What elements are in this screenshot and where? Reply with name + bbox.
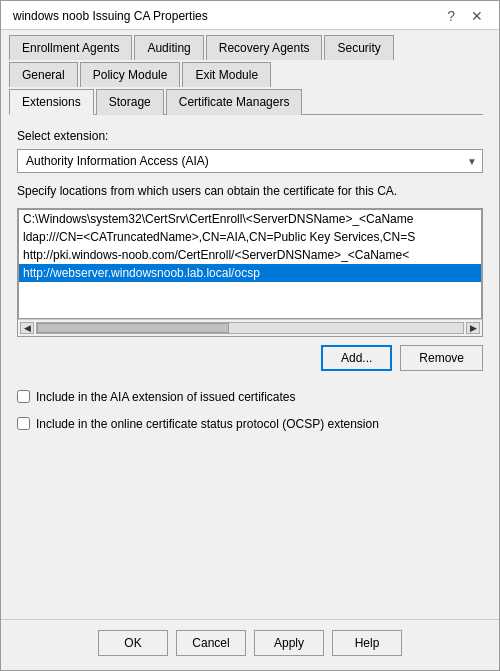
tab-general[interactable]: General <box>9 62 78 87</box>
locations-list[interactable]: C:\Windows\system32\CertSrv\CertEnroll\<… <box>18 209 482 319</box>
scroll-left-icon[interactable]: ◀ <box>20 322 34 334</box>
extension-select-wrapper: Authority Information Access (AIA) ▼ <box>17 149 483 173</box>
ocsp-extension-label: Include in the online certificate status… <box>36 416 379 433</box>
scroll-right-icon[interactable]: ▶ <box>466 322 480 334</box>
tab-row-1: Enrollment Agents Auditing Recovery Agen… <box>1 30 499 59</box>
help-button[interactable]: Help <box>332 630 402 656</box>
title-bar: windows noob Issuing CA Properties ? ✕ <box>1 1 499 30</box>
horizontal-scrollbar[interactable]: ◀ ▶ <box>18 319 482 336</box>
cancel-button[interactable]: Cancel <box>176 630 246 656</box>
list-item[interactable]: http://pki.windows-noob.com/CertEnroll/<… <box>19 246 481 264</box>
tab-exit-module[interactable]: Exit Module <box>182 62 271 87</box>
list-item[interactable]: C:\Windows\system32\CertSrv\CertEnroll\<… <box>19 210 481 228</box>
description-text: Specify locations from which users can o… <box>17 183 483 200</box>
list-item-selected[interactable]: http://webserver.windowsnoob.lab.local/o… <box>19 264 481 282</box>
tab-recovery-agents[interactable]: Recovery Agents <box>206 35 323 60</box>
add-remove-buttons: Add... Remove <box>17 345 483 371</box>
aia-extension-checkbox[interactable] <box>17 390 30 403</box>
scroll-track[interactable] <box>36 322 464 334</box>
tab-extensions[interactable]: Extensions <box>9 89 94 115</box>
list-item[interactable]: ldap:///CN=<CATruncatedName>,CN=AIA,CN=P… <box>19 228 481 246</box>
tab-security[interactable]: Security <box>324 35 393 60</box>
tab-enrollment-agents[interactable]: Enrollment Agents <box>9 35 132 60</box>
help-icon-btn[interactable]: ? <box>443 9 459 23</box>
apply-button[interactable]: Apply <box>254 630 324 656</box>
ocsp-extension-checkbox[interactable] <box>17 417 30 430</box>
tab-auditing[interactable]: Auditing <box>134 35 203 60</box>
add-button[interactable]: Add... <box>321 345 392 371</box>
checkboxes-section: Include in the AIA extension of issued c… <box>17 389 483 605</box>
tab-row-3: Extensions Storage Certificate Managers <box>1 86 499 115</box>
extension-select[interactable]: Authority Information Access (AIA) <box>17 149 483 173</box>
tab-certificate-managers[interactable]: Certificate Managers <box>166 89 303 115</box>
locations-list-wrapper: C:\Windows\system32\CertSrv\CertEnroll\<… <box>17 208 483 337</box>
ok-button[interactable]: OK <box>98 630 168 656</box>
aia-extension-label: Include in the AIA extension of issued c… <box>36 389 296 406</box>
window-controls: ? ✕ <box>443 9 487 23</box>
scroll-thumb[interactable] <box>37 323 229 333</box>
main-window: windows noob Issuing CA Properties ? ✕ E… <box>0 0 500 671</box>
close-btn[interactable]: ✕ <box>467 9 487 23</box>
tab-policy-module[interactable]: Policy Module <box>80 62 181 87</box>
main-content: Select extension: Authority Information … <box>1 115 499 619</box>
bottom-button-bar: OK Cancel Apply Help <box>1 619 499 670</box>
tab-storage[interactable]: Storage <box>96 89 164 115</box>
tab-row-2: General Policy Module Exit Module <box>1 59 499 86</box>
window-title: windows noob Issuing CA Properties <box>13 9 208 23</box>
checkbox-row-2: Include in the online certificate status… <box>17 416 483 433</box>
remove-button[interactable]: Remove <box>400 345 483 371</box>
select-extension-label: Select extension: <box>17 129 483 143</box>
checkbox-row-1: Include in the AIA extension of issued c… <box>17 389 483 406</box>
